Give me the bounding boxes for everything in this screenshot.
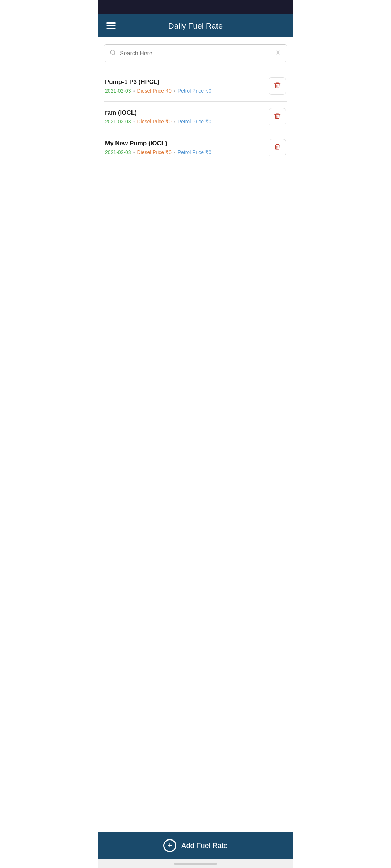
dot-2-1: ● xyxy=(174,120,176,123)
fuel-item-details-1: 2021-02-03 ● Diesel Price ₹0 ● Petrol Pr… xyxy=(105,119,264,124)
fuel-item-petrol-1: Petrol Price ₹0 xyxy=(178,119,211,124)
fuel-item-name-0: Pump-1 P3 (HPCL) xyxy=(105,78,264,86)
dot-1-2: ● xyxy=(133,151,135,154)
fuel-item-diesel-2: Diesel Price ₹0 xyxy=(137,149,171,155)
fuel-item-details-2: 2021-02-03 ● Diesel Price ₹0 ● Petrol Pr… xyxy=(105,149,264,155)
trash-icon-1 xyxy=(274,112,281,122)
home-indicator xyxy=(98,859,293,868)
fuel-item-details-0: 2021-02-03 ● Diesel Price ₹0 ● Petrol Pr… xyxy=(105,88,264,94)
trash-icon-0 xyxy=(274,82,281,91)
delete-fuel-item-button-1[interactable] xyxy=(269,108,286,125)
add-fuel-rate-button[interactable]: + Add Fuel Rate xyxy=(98,832,293,859)
dot-1-1: ● xyxy=(133,120,135,123)
fuel-item-info-0: Pump-1 P3 (HPCL) 2021-02-03 ● Diesel Pri… xyxy=(105,78,264,94)
fuel-item-petrol-0: Petrol Price ₹0 xyxy=(178,88,211,94)
plus-circle-icon: + xyxy=(163,839,176,852)
hamburger-menu-button[interactable] xyxy=(105,21,117,31)
fuel-item-date-2: 2021-02-03 xyxy=(105,149,131,155)
hamburger-line-3 xyxy=(106,28,116,29)
hamburger-line-1 xyxy=(106,22,116,24)
fuel-list: Pump-1 P3 (HPCL) 2021-02-03 ● Diesel Pri… xyxy=(104,71,287,163)
search-bar xyxy=(104,44,287,62)
hamburger-line-2 xyxy=(106,25,116,26)
fuel-item-info-1: ram (IOCL) 2021-02-03 ● Diesel Price ₹0 … xyxy=(105,109,264,124)
fuel-list-item: My New Pump (IOCL) 2021-02-03 ● Diesel P… xyxy=(104,132,287,163)
fuel-item-date-1: 2021-02-03 xyxy=(105,119,131,124)
add-fuel-rate-label: Add Fuel Rate xyxy=(181,842,228,850)
fuel-list-item: Pump-1 P3 (HPCL) 2021-02-03 ● Diesel Pri… xyxy=(104,71,287,102)
dot-2-0: ● xyxy=(174,89,176,93)
dot-1-0: ● xyxy=(133,89,135,93)
trash-icon-2 xyxy=(274,143,281,152)
delete-fuel-item-button-2[interactable] xyxy=(269,139,286,156)
home-indicator-bar xyxy=(174,863,217,865)
fuel-list-item: ram (IOCL) 2021-02-03 ● Diesel Price ₹0 … xyxy=(104,102,287,132)
main-content: Pump-1 P3 (HPCL) 2021-02-03 ● Diesel Pri… xyxy=(98,37,293,832)
search-clear-icon[interactable] xyxy=(275,49,281,58)
status-bar xyxy=(98,0,293,14)
fuel-item-name-2: My New Pump (IOCL) xyxy=(105,140,264,147)
page-title: Daily Fuel Rate xyxy=(168,21,223,31)
search-input[interactable] xyxy=(120,50,275,57)
dot-2-2: ● xyxy=(174,151,176,154)
delete-fuel-item-button-0[interactable] xyxy=(269,77,286,95)
fuel-item-petrol-2: Petrol Price ₹0 xyxy=(178,149,211,155)
fuel-item-name-1: ram (IOCL) xyxy=(105,109,264,116)
search-icon xyxy=(110,49,116,58)
fuel-item-date-0: 2021-02-03 xyxy=(105,88,131,94)
svg-line-1 xyxy=(114,54,115,55)
header: Daily Fuel Rate xyxy=(98,14,293,37)
fuel-item-diesel-0: Diesel Price ₹0 xyxy=(137,88,171,94)
fuel-item-info-2: My New Pump (IOCL) 2021-02-03 ● Diesel P… xyxy=(105,140,264,155)
fuel-item-diesel-1: Diesel Price ₹0 xyxy=(137,119,171,124)
